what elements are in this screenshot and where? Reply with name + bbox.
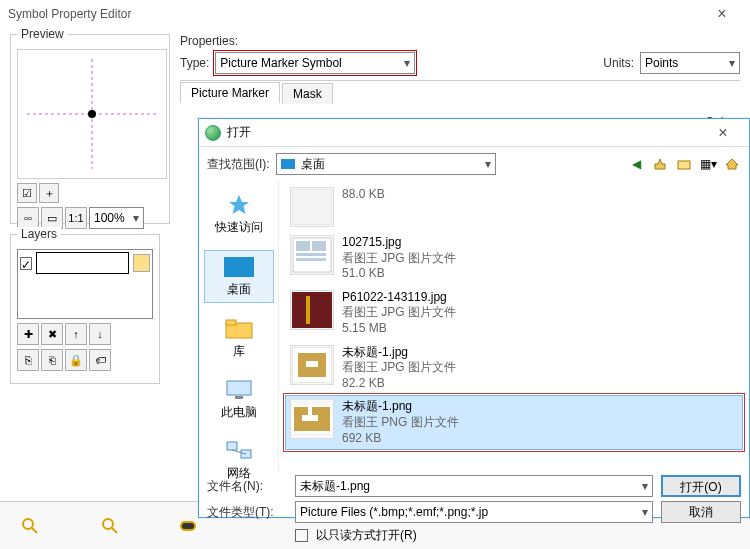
svg-point-2 <box>88 110 96 118</box>
dialog-close-icon[interactable]: × <box>703 124 743 142</box>
add-layer-button[interactable]: ✚ <box>17 323 39 345</box>
dialog-title: 打开 <box>227 124 251 141</box>
svg-rect-7 <box>678 161 690 169</box>
lock-layer-button[interactable]: 🔒 <box>65 349 87 371</box>
file-name: 102715.jpg <box>342 235 456 251</box>
paste-layer-button[interactable]: ⎗ <box>41 349 63 371</box>
desktop-icon <box>281 159 295 169</box>
cancel-button[interactable]: 取消 <box>661 501 741 523</box>
file-desc: 看图王 JPG 图片文件 <box>342 360 456 376</box>
folder-icon <box>223 317 255 341</box>
toggle-checkbox[interactable]: ☑ <box>17 183 37 203</box>
place-quick-access[interactable]: 快速访问 <box>204 189 274 240</box>
file-list[interactable]: 88.0 KB102715.jpg看图王 JPG 图片文件51.0 KBP610… <box>279 181 749 471</box>
file-name: 未标题-1.jpg <box>342 345 456 361</box>
up-icon[interactable] <box>651 155 669 173</box>
svg-rect-12 <box>227 442 237 450</box>
svg-point-3 <box>23 519 33 529</box>
bullet-icon[interactable] <box>180 521 196 531</box>
svg-rect-9 <box>226 320 236 325</box>
svg-rect-20 <box>296 258 326 261</box>
layers-legend: Layers <box>17 227 61 241</box>
file-item[interactable]: 未标题-1.jpg看图王 JPG 图片文件82.2 KB <box>285 341 743 396</box>
file-thumbnail <box>290 399 334 439</box>
filetype-field[interactable]: Picture Files (*.bmp;*.emf;*.png;*.jp▾ <box>295 501 653 523</box>
place-desktop[interactable]: 桌面 <box>204 250 274 303</box>
layer-visibility-checkbox[interactable]: ✓ <box>20 257 32 270</box>
svg-rect-21 <box>292 292 332 328</box>
lookin-combo[interactable]: 桌面 ▾ <box>276 153 496 175</box>
open-button[interactable]: 打开(O) <box>661 475 741 497</box>
file-item[interactable]: 未标题-1.png看图王 PNG 图片文件692 KB <box>285 395 743 450</box>
close-icon[interactable]: × <box>702 5 742 23</box>
home-icon[interactable] <box>723 155 741 173</box>
file-size: 51.0 KB <box>342 266 456 282</box>
type-label: Type: <box>180 56 209 70</box>
svg-rect-19 <box>296 253 326 256</box>
properties-label: Properties: <box>180 34 740 48</box>
monitor-icon <box>223 378 255 402</box>
file-thumbnail <box>290 187 334 227</box>
layer-options-button[interactable] <box>133 254 150 272</box>
view-menu-icon[interactable]: ▦▾ <box>699 155 717 173</box>
move-up-button[interactable]: ↑ <box>65 323 87 345</box>
filename-field[interactable]: 未标题-1.png▾ <box>295 475 653 497</box>
file-thumbnail <box>290 290 334 330</box>
svg-point-5 <box>103 519 113 529</box>
svg-rect-10 <box>227 381 251 395</box>
file-desc: 看图王 JPG 图片文件 <box>342 305 456 321</box>
symbol-preview <box>17 49 167 179</box>
filetype-label: 文件类型(T): <box>207 504 287 521</box>
move-down-button[interactable]: ↓ <box>89 323 111 345</box>
file-name: P61022-143119.jpg <box>342 290 456 306</box>
file-size: 692 KB <box>342 431 459 447</box>
file-thumbnail <box>290 235 334 275</box>
desktop-icon <box>223 255 255 279</box>
type-combo[interactable]: Picture Marker Symbol▾ <box>215 52 415 74</box>
file-name: 未标题-1.png <box>342 399 459 415</box>
svg-rect-11 <box>235 396 243 399</box>
copy-layer-button[interactable]: ⎘ <box>17 349 39 371</box>
filename-label: 文件名(N): <box>207 478 287 495</box>
units-combo[interactable]: Points▾ <box>640 52 740 74</box>
zoom-extent-icon[interactable]: ▭ <box>41 207 63 229</box>
plus-icon[interactable]: ＋ <box>39 183 59 203</box>
file-size: 5.15 MB <box>342 321 456 337</box>
file-item[interactable]: 102715.jpg看图王 JPG 图片文件51.0 KB <box>285 231 743 286</box>
readonly-checkbox[interactable] <box>295 529 308 542</box>
layers-list: ✓ <box>17 249 153 319</box>
places-bar: 快速访问 桌面 库 此电脑 网络 <box>199 181 279 471</box>
magnifier-icon[interactable] <box>20 516 40 536</box>
place-libraries[interactable]: 库 <box>204 313 274 364</box>
preview-legend: Preview <box>17 27 68 41</box>
file-desc: 看图王 JPG 图片文件 <box>342 251 456 267</box>
file-size: 82.2 KB <box>342 376 456 392</box>
tab-mask[interactable]: Mask <box>282 83 333 104</box>
svg-rect-18 <box>312 241 326 251</box>
network-icon <box>223 439 255 463</box>
layer-item[interactable]: ✓ <box>20 252 150 274</box>
file-thumbnail <box>290 345 334 385</box>
file-desc: 看图王 PNG 图片文件 <box>342 415 459 431</box>
zoom-11-icon[interactable]: 1:1 <box>65 207 87 229</box>
remove-layer-button[interactable]: ✖ <box>41 323 63 345</box>
lookin-label: 查找范围(I): <box>207 156 270 173</box>
file-size: 88.0 KB <box>342 187 385 203</box>
file-item[interactable]: P61022-143119.jpg看图王 JPG 图片文件5.15 MB <box>285 286 743 341</box>
place-thispc[interactable]: 此电脑 <box>204 374 274 425</box>
tab-picture-marker[interactable]: Picture Marker <box>180 82 280 103</box>
new-folder-icon[interactable] <box>675 155 693 173</box>
svg-line-6 <box>112 528 117 533</box>
back-icon[interactable]: ◀ <box>627 155 645 173</box>
tag-layer-button[interactable]: 🏷 <box>89 349 111 371</box>
svg-rect-15 <box>292 189 332 225</box>
magnifier-icon[interactable] <box>100 516 120 536</box>
zoom-fit-icon[interactable]: ▫▫ <box>17 207 39 229</box>
file-item[interactable]: 88.0 KB <box>285 183 743 231</box>
open-dialog: 打开 × 查找范围(I): 桌面 ▾ ◀ ▦▾ 快速访问 桌面 <box>198 118 750 518</box>
zoom-combo[interactable]: 100%▾ <box>89 207 144 229</box>
svg-line-4 <box>32 528 37 533</box>
svg-rect-22 <box>306 296 310 324</box>
window-title: Symbol Property Editor <box>8 7 131 21</box>
globe-icon <box>205 125 221 141</box>
